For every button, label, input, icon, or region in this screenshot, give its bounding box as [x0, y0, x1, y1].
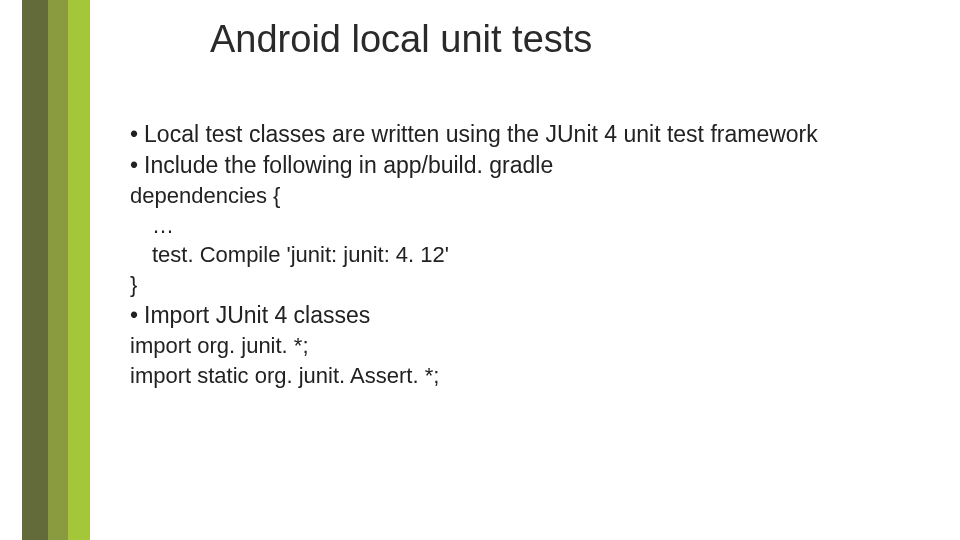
- slide: Android local unit tests •Local test cla…: [0, 0, 960, 540]
- content-area: Android local unit tests •Local test cla…: [130, 18, 910, 390]
- bar-dark-olive: [22, 0, 48, 540]
- bullet-1-text: Local test classes are written using the…: [144, 121, 818, 147]
- bullet-marker: •: [130, 121, 138, 147]
- code-import-1: import org. junit. *;: [130, 331, 910, 361]
- bullet-1: •Local test classes are written using th…: [130, 119, 910, 150]
- slide-title: Android local unit tests: [210, 18, 910, 61]
- bar-lime: [68, 0, 90, 540]
- code-dep-close: }: [130, 270, 910, 300]
- bar-white: [0, 0, 22, 540]
- decorative-left-bars: [0, 0, 90, 540]
- bullet-2: •Include the following in app/build. gra…: [130, 150, 910, 181]
- bullet-3: •Import JUnit 4 classes: [130, 300, 910, 331]
- bullet-marker: •: [130, 152, 138, 178]
- bullet-2-text: Include the following in app/build. grad…: [144, 152, 553, 178]
- bullet-3-text: Import JUnit 4 classes: [144, 302, 370, 328]
- bullet-marker: •: [130, 302, 138, 328]
- code-ellipsis: …: [152, 211, 910, 241]
- code-testcompile: test. Compile 'junit: junit: 4. 12': [152, 240, 910, 270]
- code-import-2: import static org. junit. Assert. *;: [130, 361, 910, 391]
- code-dep-open: dependencies {: [130, 181, 910, 211]
- bar-olive: [48, 0, 68, 540]
